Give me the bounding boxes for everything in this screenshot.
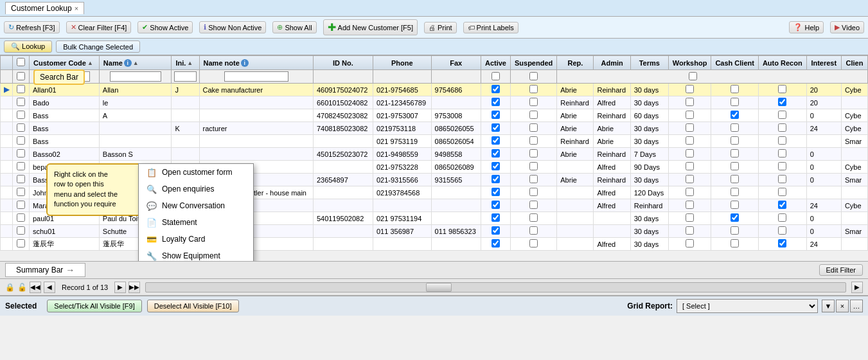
- active-checkbox[interactable]: [492, 188, 500, 196]
- active-cell[interactable]: [481, 84, 510, 96]
- video-button[interactable]: ▶ Video: [830, 21, 864, 33]
- row-checkbox[interactable]: [17, 149, 25, 158]
- active-checkbox[interactable]: [492, 98, 500, 106]
- active-col-header[interactable]: Active: [481, 56, 510, 70]
- cash-client-cell[interactable]: [711, 96, 759, 109]
- active-checkbox[interactable]: [492, 85, 500, 93]
- cash-client-checkbox[interactable]: [731, 226, 739, 235]
- auto-recon-cell[interactable]: [758, 109, 806, 122]
- cash-client-checkbox[interactable]: [731, 136, 739, 145]
- name-note-search-input[interactable]: [224, 71, 288, 82]
- fax-col-header[interactable]: Fax: [431, 56, 481, 70]
- name-note-col-header[interactable]: Name note i: [199, 56, 313, 70]
- auto-recon-cell[interactable]: [758, 161, 806, 174]
- cash-client-checkbox[interactable]: [731, 175, 739, 183]
- active-filter-checkbox[interactable]: [492, 72, 500, 80]
- cash-client-cell[interactable]: [711, 199, 759, 212]
- active-cell[interactable]: [481, 212, 510, 225]
- workshop-cell[interactable]: [668, 96, 711, 109]
- auto-recon-col-header[interactable]: Auto Recon: [758, 56, 806, 70]
- cash-client-checkbox[interactable]: [731, 85, 739, 93]
- row-checkbox[interactable]: [17, 98, 25, 106]
- suspended-cell[interactable]: [510, 225, 556, 238]
- client-col-header[interactable]: Clien: [841, 56, 867, 70]
- cash-client-cell[interactable]: [711, 122, 759, 135]
- suspended-checkbox[interactable]: [529, 188, 538, 196]
- admin-col-header[interactable]: Admin: [594, 56, 630, 70]
- select-all-visible-button[interactable]: Select/Tick All Visible [F9]: [47, 300, 141, 312]
- active-checkbox[interactable]: [492, 213, 500, 222]
- active-checkbox[interactable]: [492, 226, 500, 235]
- workshop-checkbox[interactable]: [686, 162, 694, 170]
- cash-client-cell[interactable]: [711, 84, 759, 96]
- suspended-cell[interactable]: [510, 161, 556, 174]
- suspended-checkbox[interactable]: [529, 136, 538, 145]
- auto-recon-cell[interactable]: [758, 135, 806, 148]
- terms-col-header[interactable]: Terms: [630, 56, 668, 70]
- workshop-cell[interactable]: [668, 109, 711, 122]
- suspended-checkbox[interactable]: [529, 149, 538, 158]
- auto-recon-checkbox[interactable]: [778, 98, 786, 106]
- cash-client-cell[interactable]: [711, 174, 759, 186]
- row-checkbox-cell[interactable]: [13, 174, 30, 186]
- header-checkbox[interactable]: [17, 72, 25, 80]
- workshop-checkbox[interactable]: [686, 85, 694, 93]
- workshop-cell[interactable]: [668, 148, 711, 161]
- first-record-button[interactable]: ◀◀: [30, 282, 41, 293]
- active-cell[interactable]: [481, 225, 510, 238]
- cash-client-checkbox[interactable]: [731, 149, 739, 158]
- row-checkbox-cell[interactable]: [13, 212, 30, 225]
- active-checkbox[interactable]: [492, 111, 500, 119]
- table-row[interactable]: Bass A 4708245023082 021-9753007 9753008…: [1, 109, 868, 122]
- auto-recon-cell[interactable]: [758, 238, 806, 251]
- row-checkbox-cell[interactable]: [13, 84, 30, 96]
- suspended-checkbox[interactable]: [529, 162, 538, 170]
- auto-recon-checkbox[interactable]: [778, 123, 786, 132]
- workshop-checkbox[interactable]: [686, 98, 694, 106]
- ini-search-input[interactable]: [174, 71, 197, 82]
- row-checkbox[interactable]: [17, 136, 25, 145]
- table-row[interactable]: Bass K racturer 7408185023082 0219753118…: [1, 122, 868, 135]
- row-checkbox[interactable]: [17, 213, 25, 222]
- auto-recon-cell[interactable]: [758, 122, 806, 135]
- suspended-cell[interactable]: [510, 148, 556, 161]
- ini-search[interactable]: [172, 70, 199, 84]
- context-menu-item[interactable]: 💳 Loyalty Card: [139, 231, 253, 248]
- row-checkbox-cell[interactable]: [13, 109, 30, 122]
- active-checkbox[interactable]: [492, 239, 500, 248]
- print-labels-button[interactable]: 🏷 Print Labels: [463, 22, 518, 33]
- name-note-search[interactable]: [199, 70, 313, 84]
- suspended-checkbox[interactable]: [529, 85, 538, 93]
- workshop-cell[interactable]: [668, 84, 711, 96]
- row-checkbox-cell[interactable]: [13, 135, 30, 148]
- cash-client-checkbox[interactable]: [731, 162, 739, 170]
- auto-recon-cell[interactable]: [758, 84, 806, 96]
- row-checkbox[interactable]: [17, 239, 25, 248]
- active-checkbox[interactable]: [492, 201, 500, 209]
- auto-recon-cell[interactable]: [758, 212, 806, 225]
- name-search-input[interactable]: [110, 71, 161, 82]
- select-all-checkbox[interactable]: [17, 58, 25, 66]
- cash-client-checkbox[interactable]: [731, 188, 739, 196]
- suspended-cell[interactable]: [510, 199, 556, 212]
- cash-client-cell[interactable]: [711, 161, 759, 174]
- name-search[interactable]: [99, 70, 172, 84]
- workshop-checkbox[interactable]: [686, 175, 694, 183]
- show-active-button[interactable]: ✔ Show Active: [137, 21, 193, 33]
- context-menu-item[interactable]: 💬 New Conversation: [139, 197, 253, 214]
- auto-recon-checkbox[interactable]: [778, 111, 786, 119]
- row-checkbox[interactable]: [17, 111, 25, 119]
- auto-recon-checkbox[interactable]: [778, 239, 786, 248]
- last-record-button[interactable]: ▶▶: [128, 282, 140, 293]
- suspended-cell[interactable]: [510, 135, 556, 148]
- grid-report-close-button[interactable]: ×: [836, 300, 849, 312]
- workshop-checkbox[interactable]: [686, 239, 694, 248]
- next-record-button[interactable]: ▶: [114, 282, 126, 293]
- active-cell[interactable]: [481, 135, 510, 148]
- bulk-change-button[interactable]: Bulk Change Selected: [56, 40, 140, 53]
- active-cell[interactable]: [481, 174, 510, 186]
- lookup-button[interactable]: 🔍 Lookup: [4, 40, 52, 53]
- table-row[interactable]: 蓬辰华 蓬辰华 Alfred 30 days 24: [1, 238, 868, 251]
- context-menu-item[interactable]: 📋 Open customer form: [139, 164, 253, 181]
- cash-client-cell[interactable]: [711, 109, 759, 122]
